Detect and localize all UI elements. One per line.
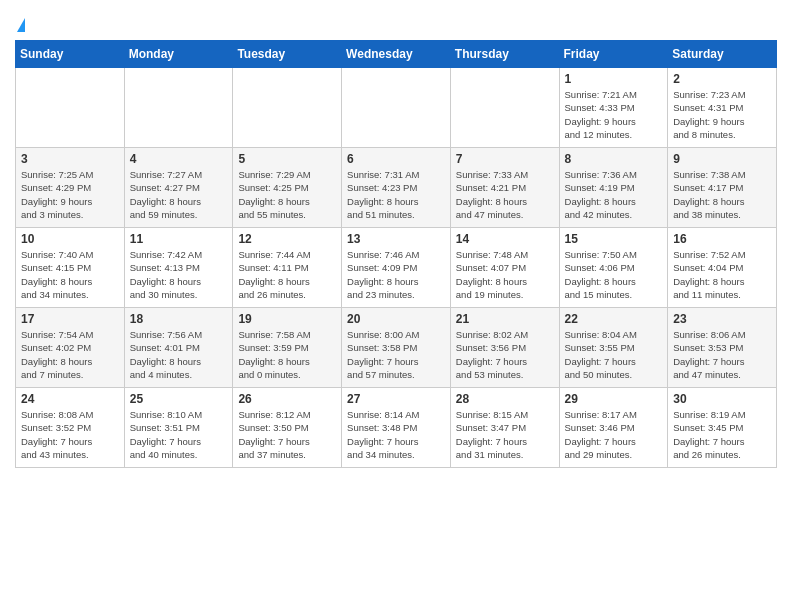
calendar-cell	[124, 68, 233, 148]
header	[15, 10, 777, 32]
day-info: Sunrise: 8:02 AM Sunset: 3:56 PM Dayligh…	[456, 328, 554, 381]
calendar-cell: 5Sunrise: 7:29 AM Sunset: 4:25 PM Daylig…	[233, 148, 342, 228]
week-row-2: 10Sunrise: 7:40 AM Sunset: 4:15 PM Dayli…	[16, 228, 777, 308]
day-info: Sunrise: 7:48 AM Sunset: 4:07 PM Dayligh…	[456, 248, 554, 301]
day-number: 28	[456, 392, 554, 406]
day-info: Sunrise: 7:25 AM Sunset: 4:29 PM Dayligh…	[21, 168, 119, 221]
day-info: Sunrise: 7:21 AM Sunset: 4:33 PM Dayligh…	[565, 88, 663, 141]
day-info: Sunrise: 8:19 AM Sunset: 3:45 PM Dayligh…	[673, 408, 771, 461]
day-info: Sunrise: 7:58 AM Sunset: 3:59 PM Dayligh…	[238, 328, 336, 381]
week-row-1: 3Sunrise: 7:25 AM Sunset: 4:29 PM Daylig…	[16, 148, 777, 228]
calendar-cell: 17Sunrise: 7:54 AM Sunset: 4:02 PM Dayli…	[16, 308, 125, 388]
calendar-cell: 1Sunrise: 7:21 AM Sunset: 4:33 PM Daylig…	[559, 68, 668, 148]
day-info: Sunrise: 8:08 AM Sunset: 3:52 PM Dayligh…	[21, 408, 119, 461]
calendar-cell	[342, 68, 451, 148]
calendar-cell: 21Sunrise: 8:02 AM Sunset: 3:56 PM Dayli…	[450, 308, 559, 388]
day-header-friday: Friday	[559, 41, 668, 68]
calendar-cell: 14Sunrise: 7:48 AM Sunset: 4:07 PM Dayli…	[450, 228, 559, 308]
calendar-cell: 9Sunrise: 7:38 AM Sunset: 4:17 PM Daylig…	[668, 148, 777, 228]
calendar-cell	[233, 68, 342, 148]
day-info: Sunrise: 8:10 AM Sunset: 3:51 PM Dayligh…	[130, 408, 228, 461]
day-header-thursday: Thursday	[450, 41, 559, 68]
calendar-cell: 20Sunrise: 8:00 AM Sunset: 3:58 PM Dayli…	[342, 308, 451, 388]
calendar-cell: 8Sunrise: 7:36 AM Sunset: 4:19 PM Daylig…	[559, 148, 668, 228]
day-info: Sunrise: 8:17 AM Sunset: 3:46 PM Dayligh…	[565, 408, 663, 461]
day-number: 5	[238, 152, 336, 166]
calendar-cell: 30Sunrise: 8:19 AM Sunset: 3:45 PM Dayli…	[668, 388, 777, 468]
calendar-cell: 16Sunrise: 7:52 AM Sunset: 4:04 PM Dayli…	[668, 228, 777, 308]
day-info: Sunrise: 7:44 AM Sunset: 4:11 PM Dayligh…	[238, 248, 336, 301]
day-info: Sunrise: 7:54 AM Sunset: 4:02 PM Dayligh…	[21, 328, 119, 381]
day-number: 11	[130, 232, 228, 246]
calendar-body: 1Sunrise: 7:21 AM Sunset: 4:33 PM Daylig…	[16, 68, 777, 468]
day-number: 17	[21, 312, 119, 326]
day-info: Sunrise: 8:12 AM Sunset: 3:50 PM Dayligh…	[238, 408, 336, 461]
calendar-cell: 11Sunrise: 7:42 AM Sunset: 4:13 PM Dayli…	[124, 228, 233, 308]
day-number: 3	[21, 152, 119, 166]
day-number: 23	[673, 312, 771, 326]
day-info: Sunrise: 7:31 AM Sunset: 4:23 PM Dayligh…	[347, 168, 445, 221]
calendar-cell: 28Sunrise: 8:15 AM Sunset: 3:47 PM Dayli…	[450, 388, 559, 468]
day-number: 19	[238, 312, 336, 326]
calendar-cell: 3Sunrise: 7:25 AM Sunset: 4:29 PM Daylig…	[16, 148, 125, 228]
week-row-0: 1Sunrise: 7:21 AM Sunset: 4:33 PM Daylig…	[16, 68, 777, 148]
calendar-cell: 15Sunrise: 7:50 AM Sunset: 4:06 PM Dayli…	[559, 228, 668, 308]
calendar-cell: 24Sunrise: 8:08 AM Sunset: 3:52 PM Dayli…	[16, 388, 125, 468]
day-number: 14	[456, 232, 554, 246]
calendar-header: SundayMondayTuesdayWednesdayThursdayFrid…	[16, 41, 777, 68]
day-info: Sunrise: 8:14 AM Sunset: 3:48 PM Dayligh…	[347, 408, 445, 461]
calendar-cell: 27Sunrise: 8:14 AM Sunset: 3:48 PM Dayli…	[342, 388, 451, 468]
day-info: Sunrise: 7:40 AM Sunset: 4:15 PM Dayligh…	[21, 248, 119, 301]
day-info: Sunrise: 8:06 AM Sunset: 3:53 PM Dayligh…	[673, 328, 771, 381]
calendar-cell: 10Sunrise: 7:40 AM Sunset: 4:15 PM Dayli…	[16, 228, 125, 308]
day-number: 1	[565, 72, 663, 86]
week-row-4: 24Sunrise: 8:08 AM Sunset: 3:52 PM Dayli…	[16, 388, 777, 468]
calendar-cell: 12Sunrise: 7:44 AM Sunset: 4:11 PM Dayli…	[233, 228, 342, 308]
day-number: 30	[673, 392, 771, 406]
day-number: 13	[347, 232, 445, 246]
day-number: 29	[565, 392, 663, 406]
calendar-cell: 23Sunrise: 8:06 AM Sunset: 3:53 PM Dayli…	[668, 308, 777, 388]
day-info: Sunrise: 7:56 AM Sunset: 4:01 PM Dayligh…	[130, 328, 228, 381]
day-info: Sunrise: 7:38 AM Sunset: 4:17 PM Dayligh…	[673, 168, 771, 221]
day-info: Sunrise: 7:29 AM Sunset: 4:25 PM Dayligh…	[238, 168, 336, 221]
day-info: Sunrise: 8:15 AM Sunset: 3:47 PM Dayligh…	[456, 408, 554, 461]
calendar-cell: 19Sunrise: 7:58 AM Sunset: 3:59 PM Dayli…	[233, 308, 342, 388]
day-info: Sunrise: 7:23 AM Sunset: 4:31 PM Dayligh…	[673, 88, 771, 141]
day-info: Sunrise: 7:42 AM Sunset: 4:13 PM Dayligh…	[130, 248, 228, 301]
day-number: 18	[130, 312, 228, 326]
calendar-cell: 29Sunrise: 8:17 AM Sunset: 3:46 PM Dayli…	[559, 388, 668, 468]
day-number: 4	[130, 152, 228, 166]
calendar-cell	[450, 68, 559, 148]
day-number: 21	[456, 312, 554, 326]
week-row-3: 17Sunrise: 7:54 AM Sunset: 4:02 PM Dayli…	[16, 308, 777, 388]
day-info: Sunrise: 7:33 AM Sunset: 4:21 PM Dayligh…	[456, 168, 554, 221]
day-number: 9	[673, 152, 771, 166]
day-number: 27	[347, 392, 445, 406]
day-number: 10	[21, 232, 119, 246]
day-number: 26	[238, 392, 336, 406]
day-info: Sunrise: 8:00 AM Sunset: 3:58 PM Dayligh…	[347, 328, 445, 381]
calendar-cell: 26Sunrise: 8:12 AM Sunset: 3:50 PM Dayli…	[233, 388, 342, 468]
day-number: 22	[565, 312, 663, 326]
day-number: 24	[21, 392, 119, 406]
day-number: 8	[565, 152, 663, 166]
calendar-cell: 13Sunrise: 7:46 AM Sunset: 4:09 PM Dayli…	[342, 228, 451, 308]
day-info: Sunrise: 8:04 AM Sunset: 3:55 PM Dayligh…	[565, 328, 663, 381]
calendar-cell: 18Sunrise: 7:56 AM Sunset: 4:01 PM Dayli…	[124, 308, 233, 388]
day-number: 6	[347, 152, 445, 166]
day-header-saturday: Saturday	[668, 41, 777, 68]
logo	[15, 18, 25, 32]
day-number: 2	[673, 72, 771, 86]
header-row: SundayMondayTuesdayWednesdayThursdayFrid…	[16, 41, 777, 68]
calendar-cell: 2Sunrise: 7:23 AM Sunset: 4:31 PM Daylig…	[668, 68, 777, 148]
day-number: 15	[565, 232, 663, 246]
day-header-monday: Monday	[124, 41, 233, 68]
calendar-cell: 4Sunrise: 7:27 AM Sunset: 4:27 PM Daylig…	[124, 148, 233, 228]
day-info: Sunrise: 7:50 AM Sunset: 4:06 PM Dayligh…	[565, 248, 663, 301]
day-number: 12	[238, 232, 336, 246]
day-info: Sunrise: 7:27 AM Sunset: 4:27 PM Dayligh…	[130, 168, 228, 221]
day-header-wednesday: Wednesday	[342, 41, 451, 68]
calendar-cell	[16, 68, 125, 148]
calendar-cell: 22Sunrise: 8:04 AM Sunset: 3:55 PM Dayli…	[559, 308, 668, 388]
